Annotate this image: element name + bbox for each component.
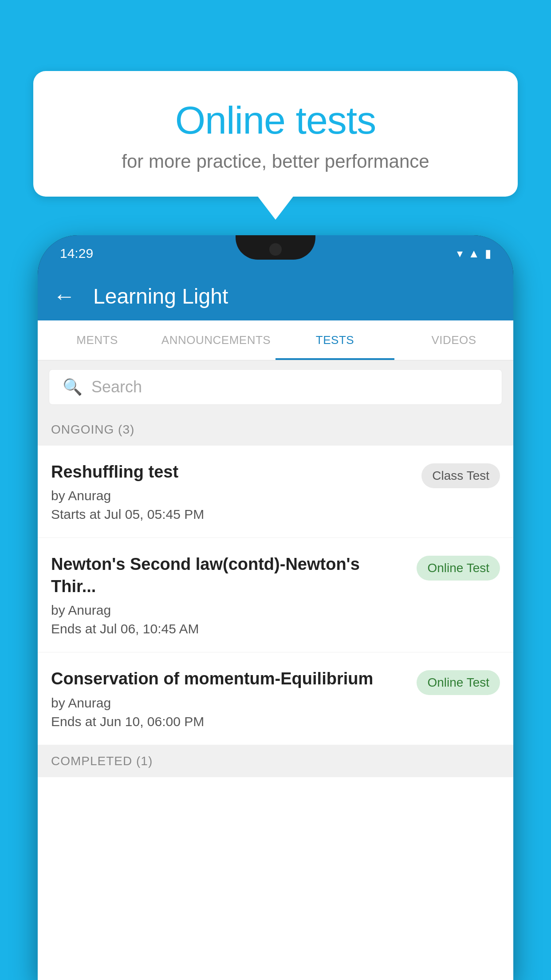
tab-announcements[interactable]: ANNOUNCEMENTS	[157, 320, 276, 360]
test-info-3: Conservation of momentum-Equilibrium by …	[51, 668, 417, 729]
wifi-icon: ▾	[457, 247, 463, 261]
test-time-3: Ends at Jun 10, 06:00 PM	[51, 714, 408, 729]
test-name-3: Conservation of momentum-Equilibrium	[51, 668, 408, 690]
tab-ments[interactable]: MENTS	[38, 320, 157, 360]
section-header-completed: COMPLETED (1)	[38, 745, 513, 777]
status-bar: 14:29 ▾ ▲ ▮	[38, 235, 513, 272]
search-icon: 🔍	[63, 378, 83, 396]
section-title-ongoing: ONGOING (3)	[51, 423, 134, 436]
phone-frame: 14:29 ▾ ▲ ▮ ← Learning Light MENTS ANNOU…	[38, 235, 513, 980]
section-header-ongoing: ONGOING (3)	[38, 414, 513, 446]
test-item-1[interactable]: Reshuffling test by Anurag Starts at Jul…	[38, 446, 513, 538]
notch	[236, 235, 315, 260]
test-author-2: by Anurag	[51, 603, 408, 618]
test-name-1: Reshuffling test	[51, 461, 413, 483]
status-time: 14:29	[60, 246, 93, 261]
test-info-2: Newton's Second law(contd)-Newton's Thir…	[51, 553, 417, 636]
search-bar[interactable]: 🔍 Search	[49, 369, 502, 405]
app-toolbar: ← Learning Light	[38, 272, 513, 320]
test-time-2: Ends at Jul 06, 10:45 AM	[51, 621, 408, 636]
search-placeholder: Search	[91, 378, 142, 396]
search-container: 🔍 Search	[38, 360, 513, 414]
bubble-title: Online tests	[55, 98, 496, 143]
toolbar-title: Learning Light	[93, 284, 228, 308]
test-name-2: Newton's Second law(contd)-Newton's Thir…	[51, 553, 408, 597]
status-icons: ▾ ▲ ▮	[457, 247, 491, 261]
bubble-subtitle: for more practice, better performance	[55, 151, 496, 172]
section-title-completed: COMPLETED (1)	[51, 754, 153, 768]
phone-content: MENTS ANNOUNCEMENTS TESTS VIDEOS 🔍 Searc…	[38, 320, 513, 980]
tab-bar: MENTS ANNOUNCEMENTS TESTS VIDEOS	[38, 320, 513, 360]
test-item-2[interactable]: Newton's Second law(contd)-Newton's Thir…	[38, 538, 513, 652]
speech-bubble: Online tests for more practice, better p…	[33, 71, 518, 197]
badge-3: Online Test	[417, 670, 500, 695]
test-info-1: Reshuffling test by Anurag Starts at Jul…	[51, 461, 421, 522]
back-button[interactable]: ←	[53, 283, 75, 309]
badge-2: Online Test	[417, 556, 500, 581]
test-time-1: Starts at Jul 05, 05:45 PM	[51, 507, 413, 522]
phone-inner: MENTS ANNOUNCEMENTS TESTS VIDEOS 🔍 Searc…	[38, 320, 513, 980]
test-item-3[interactable]: Conservation of momentum-Equilibrium by …	[38, 652, 513, 745]
test-list: Reshuffling test by Anurag Starts at Jul…	[38, 446, 513, 745]
test-author-3: by Anurag	[51, 695, 408, 711]
tab-tests[interactable]: TESTS	[276, 320, 394, 360]
camera	[269, 243, 282, 256]
badge-1: Class Test	[421, 463, 500, 488]
battery-icon: ▮	[485, 247, 491, 261]
signal-icon: ▲	[468, 247, 480, 261]
tab-videos[interactable]: VIDEOS	[394, 320, 513, 360]
test-author-1: by Anurag	[51, 488, 413, 503]
